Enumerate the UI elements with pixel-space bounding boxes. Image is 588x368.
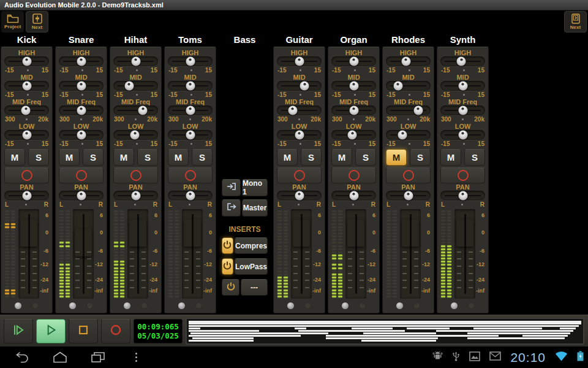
bass-input-button[interactable] xyxy=(222,179,241,196)
menu-overflow-button[interactable] xyxy=(127,353,145,362)
slider-thumb[interactable] xyxy=(457,57,466,66)
slider-thumb[interactable] xyxy=(458,191,467,201)
synth-pan-knob[interactable] xyxy=(440,191,485,201)
next-view-button-right[interactable]: Next xyxy=(564,11,587,33)
synth-solo-button[interactable]: S xyxy=(464,149,485,166)
bass-output-button[interactable] xyxy=(222,199,241,217)
rhodes-high-knob[interactable] xyxy=(386,56,431,66)
rhodes-mid-knob[interactable] xyxy=(386,81,431,91)
slider-thumb[interactable] xyxy=(458,106,467,115)
kick-high-knob[interactable] xyxy=(4,56,49,66)
guitar-low-knob[interactable] xyxy=(277,130,322,140)
kick-low-knob[interactable] xyxy=(4,130,49,140)
organ-low-knob[interactable] xyxy=(331,130,376,140)
snare-midfreq-knob[interactable] xyxy=(59,105,104,115)
toms-arm-record-button[interactable] xyxy=(168,167,213,183)
toms-mid-knob[interactable] xyxy=(168,81,213,91)
slider-thumb[interactable] xyxy=(186,57,195,66)
slider-thumb[interactable] xyxy=(393,82,402,91)
stop-button[interactable] xyxy=(69,319,98,343)
kick-fader-cap[interactable] xyxy=(20,220,37,247)
play-button[interactable] xyxy=(36,319,66,343)
slider-thumb[interactable] xyxy=(295,131,304,140)
toms-low-knob[interactable] xyxy=(168,130,213,140)
rhodes-solo-button[interactable]: S xyxy=(410,149,431,166)
slider-thumb[interactable] xyxy=(22,82,31,91)
slider-thumb[interactable] xyxy=(458,131,467,140)
rhodes-fader-cap[interactable] xyxy=(402,220,419,247)
kick-midfreq-knob[interactable] xyxy=(4,105,49,115)
hihat-high-knob[interactable] xyxy=(113,56,158,66)
guitar-high-knob[interactable] xyxy=(277,56,322,66)
bass-input-select[interactable]: Mono 1 xyxy=(242,179,268,196)
bass-insert-2-button[interactable]: --- xyxy=(241,279,268,296)
toms-mute-button[interactable]: M xyxy=(168,149,189,166)
kick-mute-button[interactable]: M xyxy=(4,149,25,166)
kick-arm-record-button[interactable] xyxy=(4,167,49,183)
toms-pan-knob[interactable] xyxy=(168,191,213,201)
synth-mid-knob[interactable] xyxy=(440,81,485,91)
organ-arm-record-button[interactable] xyxy=(331,167,376,183)
guitar-midfreq-knob[interactable] xyxy=(277,105,322,115)
synth-volume-fader[interactable] xyxy=(454,209,475,299)
slider-thumb[interactable] xyxy=(458,82,467,91)
snare-volume-fader[interactable] xyxy=(73,209,94,299)
slider-thumb[interactable] xyxy=(77,191,86,201)
snare-high-knob[interactable] xyxy=(59,56,104,66)
slider-thumb[interactable] xyxy=(77,106,86,115)
hihat-fader-cap[interactable] xyxy=(129,220,146,247)
guitar-mute-button[interactable]: M xyxy=(277,149,298,166)
slider-thumb[interactable] xyxy=(21,106,31,115)
organ-pan-knob[interactable] xyxy=(331,191,376,201)
hihat-pan-knob[interactable] xyxy=(113,191,158,201)
hihat-volume-fader[interactable] xyxy=(127,209,148,299)
bass-output-select[interactable]: Master xyxy=(242,199,268,217)
organ-mute-button[interactable]: M xyxy=(331,149,352,166)
slider-thumb[interactable] xyxy=(138,106,148,115)
slider-thumb[interactable] xyxy=(131,57,140,66)
project-button[interactable]: Project xyxy=(1,11,24,33)
slider-thumb[interactable] xyxy=(186,82,195,91)
kick-solo-button[interactable]: S xyxy=(28,149,49,166)
organ-high-knob[interactable] xyxy=(331,56,376,66)
guitar-fader-cap[interactable] xyxy=(293,220,310,247)
kick-pan-knob[interactable] xyxy=(4,191,49,201)
bass-insert-0-button[interactable]: Compres xyxy=(235,237,268,254)
synth-mute-button[interactable]: M xyxy=(440,149,461,166)
hihat-midfreq-knob[interactable] xyxy=(113,105,158,115)
kick-volume-fader[interactable] xyxy=(18,209,39,299)
snare-mid-knob[interactable] xyxy=(59,81,104,91)
slider-thumb[interactable] xyxy=(349,82,358,91)
slider-thumb[interactable] xyxy=(295,57,304,66)
organ-volume-fader[interactable] xyxy=(345,209,366,299)
back-button[interactable] xyxy=(13,349,31,366)
organ-mid-knob[interactable] xyxy=(331,81,376,91)
toms-fader-cap[interactable] xyxy=(184,220,201,247)
synth-low-knob[interactable] xyxy=(440,130,485,140)
slider-thumb[interactable] xyxy=(398,131,407,140)
synth-arm-record-button[interactable] xyxy=(440,167,485,183)
synth-fader-cap[interactable] xyxy=(456,220,473,247)
rhodes-pan-knob[interactable] xyxy=(386,191,431,201)
slider-thumb[interactable] xyxy=(22,131,31,140)
slider-thumb[interactable] xyxy=(300,82,309,91)
rhodes-volume-fader[interactable] xyxy=(400,209,421,299)
slider-thumb[interactable] xyxy=(295,191,304,201)
hihat-mute-button[interactable]: M xyxy=(113,149,134,166)
toms-solo-button[interactable]: S xyxy=(192,149,213,166)
next-view-button-left[interactable]: Next xyxy=(26,11,48,33)
bass-insert-1-power-toggle[interactable] xyxy=(222,258,233,275)
snare-solo-button[interactable]: S xyxy=(83,149,104,166)
snare-mute-button[interactable]: M xyxy=(59,149,80,166)
bass-insert-1-button[interactable]: LowPass xyxy=(235,258,268,275)
guitar-solo-button[interactable]: S xyxy=(301,149,322,166)
snare-arm-record-button[interactable] xyxy=(59,167,104,183)
slider-thumb[interactable] xyxy=(131,191,140,201)
slider-thumb[interactable] xyxy=(413,106,423,115)
organ-fader-cap[interactable] xyxy=(347,220,364,247)
bass-insert-2-power-toggle[interactable] xyxy=(222,279,239,296)
synth-midfreq-knob[interactable] xyxy=(440,105,485,115)
slider-thumb[interactable] xyxy=(349,106,358,115)
slider-thumb[interactable] xyxy=(22,191,31,201)
time-display[interactable]: 00:09:065 05/03/025 xyxy=(134,319,183,343)
